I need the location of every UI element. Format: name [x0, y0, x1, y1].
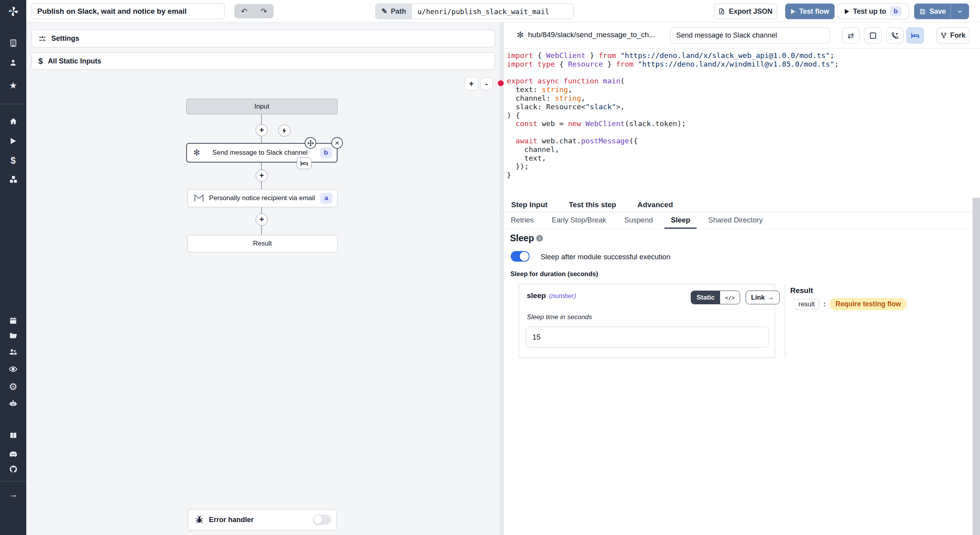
add-trigger-button[interactable]	[278, 125, 290, 137]
discord-icon[interactable]	[0, 446, 26, 463]
test-flow-button[interactable]: Test flow	[785, 4, 835, 19]
tab-test-this-step[interactable]: Test this step	[569, 201, 616, 209]
groups-users-icon[interactable]	[0, 343, 26, 360]
app-sidebar: ★ $	[0, 0, 26, 535]
field-type: (number)	[549, 292, 576, 300]
export-json-button[interactable]: Export JSON	[714, 4, 777, 19]
sleep-seconds-input[interactable]	[526, 327, 769, 347]
advanced-subtabs: Retries Early Stop/Break Suspend Sleep S…	[504, 212, 973, 229]
static-mode-button[interactable]: Static	[691, 291, 720, 304]
play-icon	[791, 9, 796, 14]
add-step-button[interactable]: +	[256, 170, 268, 182]
flow-editor-panel: Settings $ All Static Inputs + - Input +…	[26, 22, 500, 535]
git-fork-icon	[940, 32, 947, 39]
sleep-bed-indicator[interactable]	[297, 157, 312, 169]
path-edit-button[interactable]: ✎ Path	[376, 4, 412, 19]
path-label: Path	[391, 7, 406, 16]
workers-robot-icon[interactable]	[0, 395, 26, 412]
user-icon[interactable]	[0, 54, 26, 71]
windmill-logo-icon[interactable]	[0, 5, 26, 18]
play-icon	[844, 9, 849, 14]
fork-label: Fork	[950, 31, 965, 40]
workspace-icon[interactable]	[0, 35, 26, 51]
all-static-inputs-label: All Static Inputs	[48, 57, 101, 65]
path-input[interactable]	[412, 4, 573, 19]
all-static-inputs-bar[interactable]: $ All Static Inputs	[31, 52, 495, 70]
slack-icon: ✻	[193, 148, 200, 157]
home-icon[interactable]	[0, 113, 26, 130]
sleep-toggle[interactable]	[511, 251, 530, 262]
tab-shared-directory[interactable]: Shared Directory	[702, 212, 769, 229]
settings-label: Settings	[51, 34, 79, 43]
save-dropdown-button[interactable]	[951, 4, 969, 19]
sleep-input-description: Sleep time in seconds	[527, 313, 592, 321]
slack-step-label: Send message to Slack channel	[204, 149, 316, 157]
flow-title-input[interactable]	[31, 3, 225, 19]
variables-dollar-icon[interactable]: $	[0, 152, 26, 169]
save-floppy-icon	[919, 8, 926, 15]
save-button[interactable]: Save	[915, 7, 951, 16]
step-name-input[interactable]	[670, 27, 830, 43]
expand-arrow-icon[interactable]: →	[0, 486, 26, 502]
folders-icon[interactable]	[0, 327, 26, 344]
field-name: sleep(number)	[527, 291, 576, 300]
hub-script-path[interactable]: hub/849/slack/send_message_to_ch...	[528, 31, 655, 39]
code-mode-button[interactable]: </>	[720, 291, 739, 304]
error-handler-toggle[interactable]	[313, 515, 331, 525]
test-up-to-label: Test up to	[853, 7, 886, 16]
sidebar-divider	[0, 481, 26, 481]
tab-retries[interactable]: Retries	[505, 212, 540, 229]
zoom-out-button[interactable]: -	[480, 78, 493, 90]
fork-button[interactable]: Fork	[936, 27, 969, 43]
add-step-button[interactable]: +	[256, 124, 268, 136]
email-step-node[interactable]: Personally notice recipient via email a	[187, 189, 338, 207]
test-up-to-button[interactable]: Test up to b	[837, 4, 909, 19]
zoom-in-button[interactable]: +	[465, 77, 478, 90]
result-node-label: Result	[253, 240, 272, 248]
sidebar-divider	[0, 104, 26, 104]
save-button-group: Save	[914, 4, 969, 19]
delete-node-button[interactable]: ×	[331, 137, 343, 149]
move-node-button[interactable]	[305, 137, 316, 149]
result-colon: :	[824, 300, 826, 308]
dollar-icon: $	[38, 57, 43, 66]
step-tabs: Step Input Test this step Advanced	[504, 198, 973, 212]
email-step-label: Personally notice recipient via email	[208, 194, 316, 202]
panel-resize-divider[interactable]	[500, 22, 504, 535]
sleep-duration-label: Sleep for duration (seconds)	[510, 270, 598, 278]
tab-step-input[interactable]: Step Input	[511, 201, 548, 209]
link-button[interactable]: Link→	[746, 291, 780, 304]
tab-suspend[interactable]: Suspend	[618, 212, 659, 229]
code-editor[interactable]: import { WebClient } from "https://deno.…	[507, 51, 839, 179]
favorites-star-icon[interactable]: ★	[0, 77, 26, 94]
error-handler-node[interactable]: Error handler	[188, 509, 337, 530]
vertical-scrollbar[interactable]	[973, 198, 980, 535]
redo-icon[interactable]: ↷	[254, 4, 274, 18]
suspend-phone-icon[interactable]	[886, 27, 904, 43]
runs-play-icon[interactable]	[0, 133, 26, 149]
bug-icon	[195, 515, 203, 524]
tab-sleep[interactable]: Sleep	[664, 212, 696, 229]
result-node[interactable]: Result	[187, 235, 338, 252]
schedules-calendar-icon[interactable]	[0, 312, 26, 329]
docs-book-icon[interactable]	[0, 427, 26, 444]
undo-icon[interactable]: ↶	[234, 4, 254, 18]
retries-repeat-icon[interactable]: ⇄	[842, 27, 860, 43]
info-icon[interactable]: i	[536, 235, 543, 242]
early-stop-square-icon[interactable]	[864, 27, 882, 43]
add-step-button[interactable]: +	[256, 213, 268, 226]
audit-eye-icon[interactable]	[0, 361, 26, 377]
tab-advanced[interactable]: Advanced	[637, 201, 673, 209]
test-flow-label: Test flow	[799, 7, 829, 16]
sleep-field-card: sleep(number) Static </> Link→ Sleep tim…	[519, 284, 775, 358]
undo-redo-group: ↶ ↷	[234, 4, 274, 18]
github-icon[interactable]	[0, 461, 26, 477]
error-handler-label: Error handler	[209, 516, 307, 524]
flow-settings-bar[interactable]: Settings	[31, 30, 495, 47]
tab-early-stop-break[interactable]: Early Stop/Break	[546, 212, 613, 229]
sleep-bed-icon[interactable]	[906, 27, 924, 43]
settings-gear-icon[interactable]: ⚙	[0, 378, 26, 395]
input-mode-segment: Static </>	[691, 291, 740, 304]
input-node[interactable]: Input	[186, 99, 338, 114]
resources-cubes-icon[interactable]	[0, 171, 26, 188]
